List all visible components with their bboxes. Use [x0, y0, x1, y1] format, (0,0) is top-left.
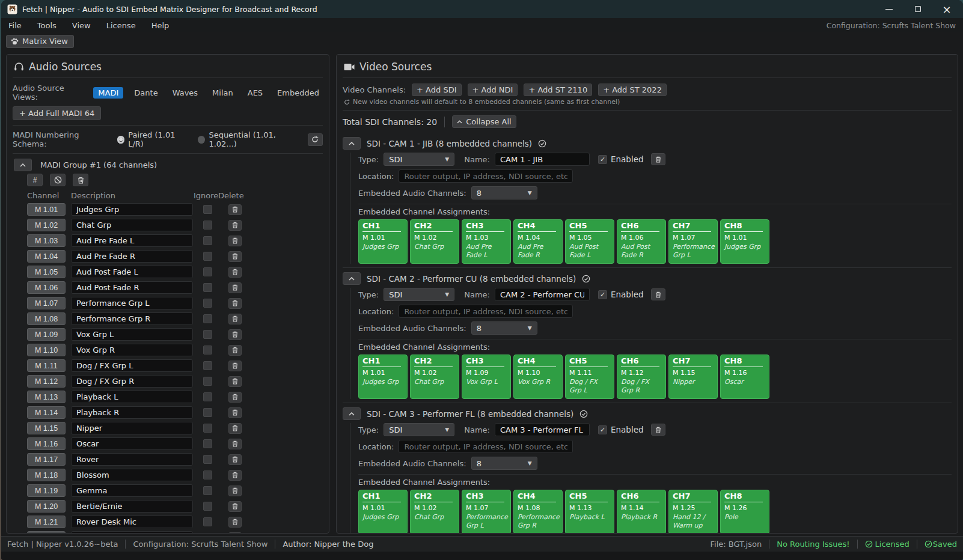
audio-view-madi[interactable]: MADI	[93, 87, 123, 99]
embedded-channel-box[interactable]: CH2 M 1.02 Chat Grp	[410, 355, 459, 399]
embedded-channel-box[interactable]: CH6 M 1.12 Dog / FX Grp R	[617, 355, 666, 399]
minimize-button[interactable]	[879, 2, 899, 16]
add-video-button-1[interactable]: + Add NDI	[468, 84, 518, 96]
embedded-channel-box[interactable]: CH8 M 1.26 Pole	[720, 490, 769, 534]
channel-description-input[interactable]	[71, 453, 193, 466]
menu-help[interactable]: Help	[151, 21, 170, 30]
ignore-checkbox[interactable]	[203, 299, 212, 308]
ignore-checkbox[interactable]	[203, 330, 212, 339]
delete-channel-button[interactable]	[228, 204, 242, 215]
delete-section-button[interactable]	[651, 153, 665, 165]
menu-file[interactable]: File	[8, 21, 22, 30]
channel-description-input[interactable]	[71, 297, 193, 309]
delete-section-button[interactable]	[651, 424, 665, 436]
ignore-checkbox[interactable]	[203, 267, 212, 276]
audio-view-milan[interactable]: Milan	[209, 87, 237, 99]
embedded-channel-box[interactable]: CH1 M 1.01 Judges Grp	[358, 355, 408, 399]
channel-description-input[interactable]	[71, 312, 193, 325]
channel-description-input[interactable]	[71, 500, 193, 513]
channel-badge[interactable]: M 1.01	[27, 203, 66, 216]
renumber-button[interactable]: #	[27, 174, 43, 186]
channel-badge[interactable]: M 1.03	[27, 234, 66, 247]
channel-badge[interactable]: M 1.17	[27, 453, 66, 466]
channel-badge[interactable]: M 1.11	[27, 359, 66, 372]
channel-description-input[interactable]	[71, 406, 193, 419]
channel-description-input[interactable]	[71, 469, 193, 481]
channel-description-input[interactable]	[71, 281, 193, 294]
name-input[interactable]	[495, 288, 590, 301]
ignore-checkbox[interactable]	[203, 221, 212, 230]
channel-badge[interactable]: M 1.07	[27, 297, 66, 309]
delete-channel-button[interactable]	[228, 423, 242, 434]
channel-badge[interactable]: M 1.19	[27, 484, 66, 497]
channel-badge[interactable]: M 1.12	[27, 375, 66, 388]
channel-description-input[interactable]	[71, 250, 193, 263]
menu-tools[interactable]: Tools	[37, 21, 57, 30]
delete-channel-button[interactable]	[228, 376, 242, 387]
delete-channel-button[interactable]	[228, 220, 242, 231]
add-full-madi-button[interactable]: + Add Full MADI 64	[13, 106, 101, 120]
ignore-checkbox[interactable]	[203, 361, 212, 370]
channel-badge[interactable]: M 1.08	[27, 312, 66, 325]
ignore-checkbox[interactable]	[203, 283, 212, 292]
embedded-channel-box[interactable]: CH3 M 1.09 Vox Grp L	[462, 355, 511, 399]
delete-channel-button[interactable]	[228, 407, 242, 418]
embedded-channel-box[interactable]: CH1 M 1.01 Judges Grp	[358, 490, 408, 534]
numbering-radio-0[interactable]	[117, 136, 124, 144]
embedded-channel-box[interactable]: CH5 M 1.05 Aud Post Fade L	[565, 219, 614, 264]
embedded-count-select[interactable]: 8▼	[471, 321, 537, 335]
add-video-button-2[interactable]: + Add ST 2110	[524, 84, 592, 96]
ignore-checkbox[interactable]	[203, 345, 212, 355]
channel-badge[interactable]: M 1.20	[27, 500, 66, 513]
enabled-checkbox[interactable]: ✓	[598, 290, 607, 299]
channel-badge[interactable]: M 1.14	[27, 406, 66, 419]
numbering-radio-1[interactable]	[198, 136, 205, 144]
channel-description-input[interactable]	[71, 359, 193, 372]
embedded-channel-box[interactable]: CH7 M 1.15 Nipper	[668, 355, 718, 399]
delete-channel-button[interactable]	[228, 501, 242, 512]
ignore-checkbox[interactable]	[203, 533, 212, 534]
ignore-checkbox[interactable]	[203, 205, 212, 214]
collapse-section-button[interactable]	[343, 407, 361, 420]
channel-badge[interactable]: M 1.21	[27, 516, 66, 528]
channel-badge[interactable]: M 1.09	[27, 328, 66, 341]
channel-badge[interactable]: M 1.16	[27, 437, 66, 450]
type-select[interactable]: SDI▼	[384, 423, 454, 436]
channel-badge[interactable]: M 1.18	[27, 469, 66, 481]
channel-description-input[interactable]	[71, 375, 193, 388]
channel-description-input[interactable]	[71, 344, 193, 356]
ignore-checkbox[interactable]	[203, 424, 212, 433]
add-video-button-0[interactable]: + Add SDI	[412, 84, 461, 96]
type-select[interactable]: SDI▼	[384, 153, 454, 166]
ignore-checkbox[interactable]	[203, 408, 212, 417]
channel-description-input[interactable]	[71, 516, 193, 528]
name-input[interactable]	[495, 153, 590, 166]
ignore-checkbox[interactable]	[203, 252, 212, 261]
ignore-checkbox[interactable]	[203, 314, 212, 323]
embedded-channel-box[interactable]: CH2 M 1.02 Chat Grp	[410, 219, 459, 264]
delete-channel-button[interactable]	[228, 345, 242, 356]
channel-description-input[interactable]	[71, 266, 193, 278]
maximize-button[interactable]	[908, 2, 928, 16]
delete-channel-button[interactable]	[228, 267, 242, 278]
channel-badge[interactable]: M 1.04	[27, 250, 66, 263]
audio-view-dante[interactable]: Dante	[130, 87, 161, 99]
channel-description-input[interactable]	[71, 234, 193, 247]
delete-channel-button[interactable]	[228, 392, 242, 403]
embedded-count-select[interactable]: 8▼	[471, 457, 537, 470]
delete-channel-button[interactable]	[228, 517, 242, 528]
embedded-channel-box[interactable]: CH5 M 1.13 Playback L	[565, 490, 614, 534]
channel-description-input[interactable]	[71, 484, 193, 497]
embedded-channel-box[interactable]: CH6 M 1.14 Playback R	[617, 490, 666, 534]
channel-badge[interactable]: M 1.15	[27, 422, 66, 434]
embedded-channel-box[interactable]: CH1 M 1.01 Judges Grp	[358, 219, 408, 264]
collapse-all-button[interactable]: Collapse All	[452, 115, 516, 128]
ignore-checkbox[interactable]	[203, 517, 212, 526]
audio-view-waves[interactable]: Waves	[169, 87, 201, 99]
delete-channel-button[interactable]	[228, 361, 242, 371]
embedded-channel-box[interactable]: CH5 M 1.11 Dog / FX Grp L	[565, 355, 614, 399]
embedded-channel-box[interactable]: CH3 M 1.07 Performance Grp L	[462, 490, 511, 534]
embedded-channel-box[interactable]: CH6 M 1.06 Aud Post Fade R	[617, 219, 666, 264]
location-input[interactable]	[399, 305, 573, 318]
location-input[interactable]	[399, 169, 573, 183]
